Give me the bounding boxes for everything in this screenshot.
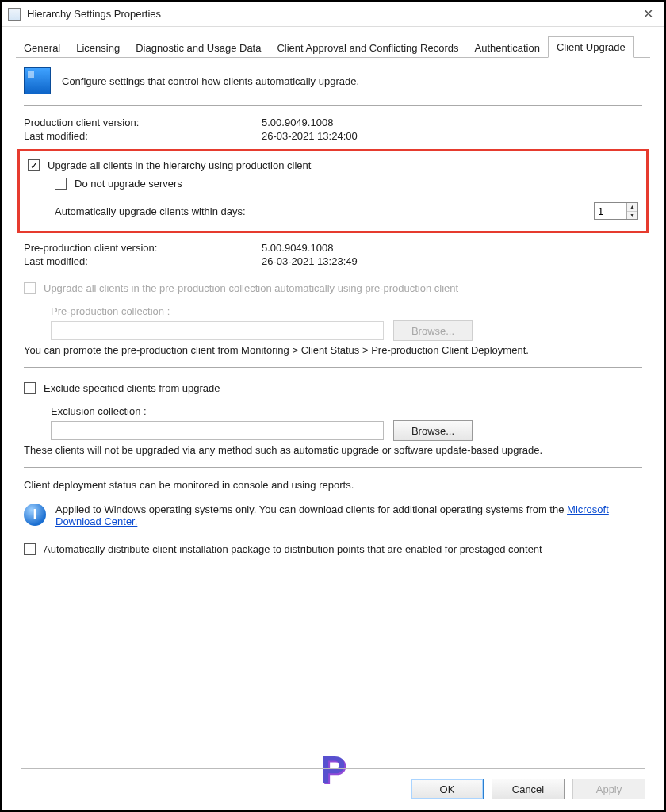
tabstrip: General Licensing Diagnostic and Usage D… — [2, 27, 664, 58]
prod-modified-value: 26-03-2021 13:24:00 — [262, 130, 642, 142]
prod-version-label: Production client version: — [24, 117, 262, 128]
preprod-promote-note: You can promote the pre-production clien… — [24, 344, 642, 356]
preprod-browse-button: Browse... — [393, 320, 473, 341]
exclude-browse-button[interactable]: Browse... — [393, 420, 473, 441]
exclude-note: These clients will not be upgraded via a… — [24, 444, 642, 456]
days-spinner[interactable]: ▲▼ — [594, 202, 638, 220]
exclude-label: Exclude specified clients from upgrade — [44, 382, 220, 394]
preprod-collection-input — [51, 321, 384, 340]
upgrade-all-checkbox[interactable]: ✓ — [28, 159, 40, 171]
noservers-label: Do not upgrade servers — [75, 178, 182, 190]
prod-version-value: 5.00.9049.1008 — [262, 117, 642, 128]
settings-icon — [24, 67, 51, 94]
preprod-upgrade-checkbox — [24, 282, 36, 294]
deploy-status-note: Client deployment status can be monitore… — [24, 479, 642, 499]
app-icon — [8, 8, 21, 21]
preprod-modified-label: Last modified: — [24, 255, 262, 267]
preprod-version-label: Pre-production client version: — [24, 242, 262, 254]
tab-authentication[interactable]: Authentication — [467, 38, 548, 58]
preprod-upgrade-label: Upgrade all clients in the pre-productio… — [44, 282, 458, 294]
exclude-collection-label: Exclusion collection : — [24, 397, 642, 417]
ok-button[interactable]: OK — [411, 779, 484, 799]
days-input[interactable] — [595, 203, 626, 219]
spinner-down-icon[interactable]: ▼ — [627, 212, 637, 220]
button-bar: OK Cancel Apply — [21, 768, 645, 799]
info-text: Applied to Windows operating systems onl… — [56, 504, 642, 527]
distribute-label: Automatically distribute client installa… — [44, 543, 542, 555]
exclude-collection-input[interactable] — [51, 421, 384, 440]
tab-general[interactable]: General — [16, 38, 68, 58]
cancel-button[interactable]: Cancel — [492, 779, 565, 799]
preprod-version-value: 5.00.9049.1008 — [262, 242, 642, 254]
preprod-modified-value: 26-03-2021 13:23:49 — [262, 255, 642, 267]
distribute-checkbox[interactable] — [24, 543, 36, 555]
apply-button: Apply — [572, 779, 645, 799]
preprod-collection-label: Pre-production collection : — [24, 297, 642, 317]
close-icon[interactable]: ✕ — [638, 6, 658, 21]
tab-client-approval[interactable]: Client Approval and Conflicting Records — [269, 38, 466, 58]
window-title: Hierarchy Settings Properties — [27, 8, 638, 20]
info-text-a: Applied to Windows operating systems onl… — [56, 504, 567, 515]
days-label: Automatically upgrade clients within day… — [28, 205, 594, 217]
tab-client-upgrade[interactable]: Client Upgrade — [548, 36, 634, 58]
info-icon: i — [24, 504, 46, 526]
exclude-checkbox[interactable] — [24, 382, 36, 394]
prod-modified-label: Last modified: — [24, 130, 262, 142]
intro-text: Configure settings that control how clie… — [62, 75, 359, 87]
noservers-checkbox[interactable] — [55, 178, 67, 190]
spinner-up-icon[interactable]: ▲ — [627, 203, 637, 212]
titlebar: Hierarchy Settings Properties ✕ — [2, 2, 664, 27]
tab-diagnostic[interactable]: Diagnostic and Usage Data — [128, 38, 269, 58]
upgrade-all-label: Upgrade all clients in the hierarchy usi… — [48, 159, 311, 171]
highlight-box: ✓ Upgrade all clients in the hierarchy u… — [17, 149, 649, 233]
tab-licensing[interactable]: Licensing — [68, 38, 128, 58]
